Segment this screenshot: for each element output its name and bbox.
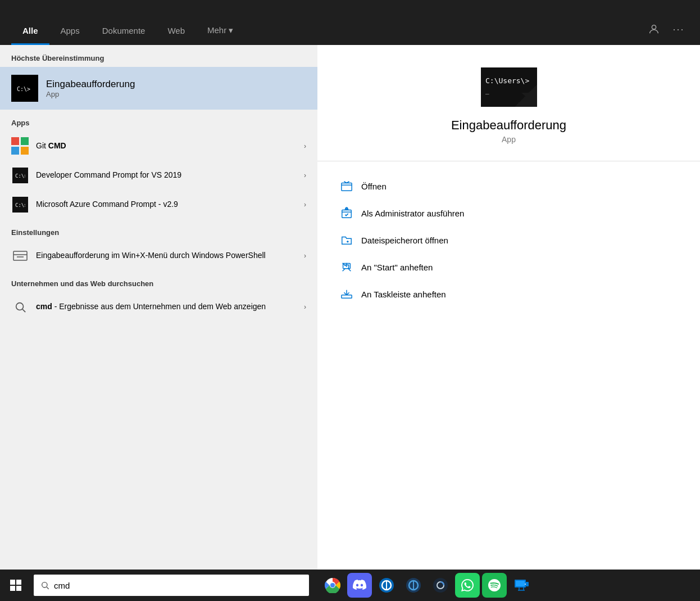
svg-point-0: [652, 25, 656, 29]
action-pin-start[interactable]: An "Start" anheften: [340, 254, 678, 281]
svg-line-8: [22, 309, 25, 312]
tab-alle[interactable]: Alle: [11, 16, 49, 45]
taskbar-discord-icon[interactable]: [347, 573, 372, 598]
svg-point-31: [42, 582, 47, 588]
web-cmd-label: cmd - Ergebnisse aus dem Unternehmen und…: [36, 301, 297, 313]
svg-rect-46: [516, 581, 525, 586]
svg-rect-13: [342, 183, 352, 191]
best-match-title: Eingabeaufforderung: [46, 79, 135, 90]
svg-rect-14: [342, 210, 352, 218]
user-icon-button[interactable]: [644, 19, 664, 39]
header-actions: ···: [644, 19, 689, 45]
pin-taskbar-icon: [340, 287, 353, 301]
list-item-web-cmd[interactable]: cmd - Ergebnisse aus dem Unternehmen und…: [0, 292, 317, 322]
pin-start-icon: [340, 260, 353, 274]
svg-rect-29: [10, 586, 15, 591]
tab-mehr[interactable]: Mehr ▾: [196, 16, 244, 45]
app-preview-icon: C:\Users\> _: [481, 67, 537, 107]
best-match-text: Eingabeaufforderung App: [46, 79, 135, 98]
web-cmd-arrow: ›: [304, 303, 306, 311]
svg-text:_: _: [485, 87, 489, 94]
taskbar-whatsapp-icon[interactable]: [455, 573, 480, 598]
svg-text:C:\>: C:\>: [15, 173, 25, 179]
svg-line-32: [47, 587, 49, 589]
azure-cmd-arrow: ›: [304, 201, 306, 209]
header: Alle Apps Dokumente Web Mehr ▾ ···: [0, 0, 700, 45]
svg-rect-9: [481, 67, 537, 107]
taskbar-search-icon: [40, 581, 49, 590]
git-cmd-arrow: ›: [304, 142, 306, 150]
action-pin-start-label: An "Start" anheften: [361, 263, 433, 272]
taskbar-remote-icon[interactable]: [509, 573, 534, 598]
tab-apps[interactable]: Apps: [49, 16, 91, 45]
svg-rect-28: [16, 580, 21, 585]
list-item-git-cmd[interactable]: Git CMD ›: [0, 132, 317, 161]
taskbar-icons: [309, 573, 700, 598]
winx-setting-label: Eingabeaufforderung im Win+X-Menü durch …: [36, 250, 297, 261]
taskbar-app4-icon[interactable]: [401, 573, 426, 598]
git-cmd-label: Git CMD: [36, 141, 297, 152]
start-button[interactable]: [0, 570, 31, 601]
taskbar: [0, 570, 700, 601]
best-match-item[interactable]: C:\> Eingabeaufforderung App: [0, 67, 317, 110]
action-file-location-label: Dateispeicherort öffnen: [361, 236, 448, 245]
search-input[interactable]: [54, 581, 302, 590]
svg-text:C:\>: C:\>: [15, 202, 25, 208]
tab-web[interactable]: Web: [156, 16, 196, 45]
list-item-winx-setting[interactable]: Eingabeaufforderung im Win+X-Menü durch …: [0, 241, 317, 270]
list-item-azure-cmd[interactable]: C:\> Microsoft Azure Command Prompt - v2…: [0, 190, 317, 219]
dev-cmd-label: Developer Command Prompt for VS 2019: [36, 170, 297, 181]
right-panel: C:\Users\> _ Eingabeaufforderung App Ö: [317, 45, 700, 570]
taskbar-app3-icon[interactable]: [374, 573, 399, 598]
header-tabs: Alle Apps Dokumente Web Mehr ▾: [11, 16, 644, 45]
azure-cmd-icon: C:\>: [11, 196, 29, 214]
svg-point-7: [16, 303, 24, 310]
svg-rect-23: [342, 295, 352, 299]
action-open[interactable]: Öffnen: [340, 173, 678, 200]
action-list: Öffnen Als Administrator ausführen: [317, 161, 700, 319]
action-file-location[interactable]: Dateispeicherort öffnen: [340, 227, 678, 254]
svg-text:C:\>: C:\>: [17, 86, 30, 92]
app-preview: C:\Users\> _ Eingabeaufforderung App: [317, 45, 700, 161]
tab-dokumente[interactable]: Dokumente: [91, 16, 157, 45]
action-pin-taskbar-label: An Taskleiste anheften: [361, 290, 446, 299]
svg-rect-47: [526, 582, 529, 586]
action-pin-taskbar[interactable]: An Taskleiste anheften: [340, 281, 678, 308]
more-options-button[interactable]: ···: [669, 19, 689, 39]
app-preview-subtitle: App: [502, 135, 516, 144]
dev-cmd-arrow: ›: [304, 171, 306, 179]
app-preview-title: Eingabeaufforderung: [451, 118, 566, 133]
svg-point-36: [330, 583, 335, 588]
taskbar-chrome-icon[interactable]: [320, 573, 345, 598]
best-match-app-icon: C:\>: [11, 75, 38, 102]
taskbar-spotify-icon[interactable]: [482, 573, 507, 598]
left-panel: Höchste Übereinstimmung C:\> Eingabeauff…: [0, 45, 317, 570]
dev-cmd-icon: C:\>: [11, 166, 29, 184]
svg-rect-4: [13, 251, 27, 260]
list-item-dev-cmd[interactable]: C:\> Developer Command Prompt for VS 201…: [0, 161, 317, 190]
action-run-admin[interactable]: Als Administrator ausführen: [340, 200, 678, 227]
web-section-header: Unternehmen und das Web durchsuchen: [0, 270, 317, 292]
winx-setting-arrow: ›: [304, 252, 306, 260]
action-open-label: Öffnen: [361, 182, 387, 191]
action-run-admin-label: Als Administrator ausführen: [361, 209, 464, 218]
git-cmd-icon: [11, 137, 29, 155]
main-area: Höchste Übereinstimmung C:\> Eingabeauff…: [0, 45, 700, 570]
file-location-icon: [340, 233, 353, 247]
search-bar: [34, 575, 309, 596]
open-icon: [340, 179, 353, 193]
web-search-icon: [11, 298, 29, 316]
run-admin-icon: [340, 206, 353, 220]
svg-rect-30: [16, 586, 21, 591]
best-match-subtitle: App: [46, 90, 135, 98]
apps-section-header: Apps: [0, 110, 317, 132]
taskbar-steam-icon[interactable]: [428, 573, 453, 598]
settings-section-header: Einstellungen: [0, 219, 317, 241]
azure-cmd-label: Microsoft Azure Command Prompt - v2.9: [36, 199, 297, 210]
svg-point-43: [433, 578, 448, 593]
svg-rect-27: [10, 580, 15, 585]
svg-text:C:\Users\>: C:\Users\>: [485, 76, 529, 85]
best-match-header: Höchste Übereinstimmung: [0, 45, 317, 67]
svg-marker-12: [521, 93, 537, 107]
winx-setting-icon: [11, 247, 29, 265]
